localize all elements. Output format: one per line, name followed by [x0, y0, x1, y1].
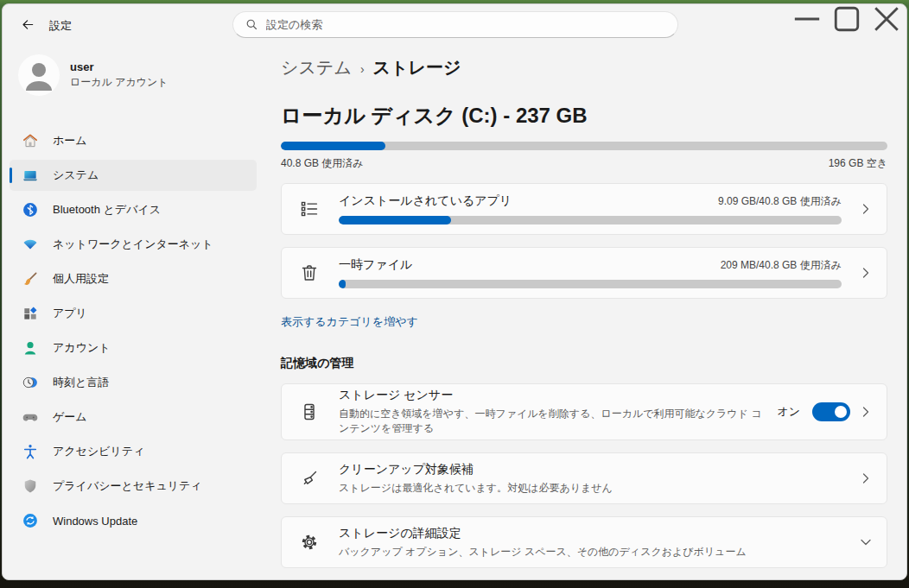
disk-usage-labels: 40.8 GB 使用済み 196 GB 空き — [281, 156, 887, 171]
disk-title: ローカル ディスク (C:) - 237 GB — [281, 102, 889, 130]
sidebar-item-label: ネットワークとインターネット — [53, 237, 213, 252]
search-icon — [245, 18, 258, 31]
category-usage-bar — [339, 280, 842, 288]
gear-icon — [299, 532, 320, 553]
breadcrumb-separator-icon: › — [360, 60, 365, 76]
disk-free-label: 196 GB 空き — [829, 156, 887, 171]
titlebar: 設定 — [3, 4, 906, 46]
category-installed-apps[interactable]: インストールされているアプリ 9.09 GB/40.8 GB 使用済み — [281, 183, 887, 235]
toggle-state-label: オン — [777, 404, 800, 420]
sidebar-item-label: 個人用設定 — [53, 271, 109, 287]
main-content: システム › ストレージ ローカル ディスク (C:) - 237 GB 40.… — [281, 46, 889, 579]
sidebar-item-label: アプリ — [53, 306, 87, 321]
sidebar-item-personalization[interactable]: 個人用設定 — [10, 263, 257, 294]
avatar — [18, 54, 60, 96]
disk-usage-bar — [281, 142, 887, 150]
sidebar-item-privacy-security[interactable]: プライバシーとセキュリティ — [10, 471, 257, 502]
sidebar-item-time-language[interactable]: 時刻と言語 — [10, 367, 257, 398]
network-icon — [22, 236, 39, 253]
search-input[interactable] — [266, 18, 665, 31]
trash-icon — [299, 262, 320, 283]
sidebar-item-label: 時刻と言語 — [53, 375, 109, 390]
settings-window: 設定 — [2, 3, 907, 580]
user-name: user — [70, 60, 168, 73]
sidebar-item-label: アカウント — [53, 340, 111, 356]
maximize-button[interactable] — [827, 4, 867, 34]
sidebar-item-label: システム — [53, 168, 99, 183]
accounts-icon — [22, 339, 39, 357]
category-usage: 9.09 GB/40.8 GB 使用済み — [718, 194, 842, 209]
gaming-icon — [22, 408, 39, 426]
accessibility-icon — [22, 443, 39, 460]
home-icon — [22, 132, 39, 149]
row-body: ストレージ センサー 自動的に空き領域を増やす、一時ファイルを削除する、ローカル… — [339, 388, 768, 436]
user-account-type: ローカル アカウント — [70, 75, 168, 90]
windows-update-icon — [22, 512, 39, 529]
broom-icon — [299, 468, 320, 489]
storage-sense-row[interactable]: ストレージ センサー 自動的に空き領域を増やす、一時ファイルを削除する、ローカル… — [281, 383, 887, 440]
storage-sense-icon — [299, 401, 320, 422]
storage-sense-toggle[interactable] — [812, 402, 850, 421]
sidebar-item-gaming[interactable]: ゲーム — [10, 401, 257, 433]
row-body: クリーンアップ対象候補 ストレージは最適化されています。対処は必要ありません — [339, 462, 842, 496]
category-title: インストールされているアプリ — [339, 193, 512, 209]
sidebar-item-windows-update[interactable]: Windows Update — [10, 505, 257, 536]
sidebar-item-label: アクセシビリティ — [53, 444, 144, 459]
advanced-storage-settings-row[interactable]: ストレージの詳細設定 バックアップ オプション、ストレージ スペース、その他のデ… — [281, 516, 887, 568]
sidebar-item-label: Windows Update — [53, 515, 137, 528]
category-body: 一時ファイル 209 MB/40.8 GB 使用済み — [339, 257, 842, 288]
search-box[interactable] — [232, 11, 678, 38]
breadcrumb-system[interactable]: システム — [281, 56, 352, 79]
system-icon — [22, 167, 39, 184]
close-button[interactable] — [867, 4, 906, 34]
toggle-knob — [835, 406, 847, 418]
row-subtitle: バックアップ オプション、ストレージ スペース、その他のディスクおよびボリューム — [339, 545, 842, 560]
category-usage-bar — [339, 216, 842, 224]
app-title: 設定 — [49, 18, 72, 34]
sidebar-item-accessibility[interactable]: アクセシビリティ — [10, 436, 257, 467]
row-title: ストレージの詳細設定 — [339, 526, 842, 541]
row-body: ストレージの詳細設定 バックアップ オプション、ストレージ スペース、その他のデ… — [339, 526, 842, 560]
category-body: インストールされているアプリ 9.09 GB/40.8 GB 使用済み — [339, 193, 842, 224]
privacy-icon — [22, 477, 39, 495]
time-language-icon — [22, 374, 39, 391]
disk-used-label: 40.8 GB 使用済み — [281, 156, 364, 171]
row-subtitle: ストレージは最適化されています。対処は必要ありません — [339, 481, 842, 496]
sidebar-item-accounts[interactable]: アカウント — [10, 332, 257, 364]
desktop-background: 設定 — [0, 0, 909, 588]
back-button[interactable] — [13, 11, 42, 37]
window-controls — [787, 4, 906, 34]
category-temporary-files[interactable]: 一時ファイル 209 MB/40.8 GB 使用済み — [281, 247, 887, 299]
breadcrumb-storage: ストレージ — [373, 56, 461, 79]
chevron-right-icon — [857, 470, 874, 487]
sidebar-item-label: ゲーム — [53, 409, 87, 425]
storage-management-heading: 記憶域の管理 — [281, 356, 889, 371]
chevron-down-icon — [857, 534, 874, 551]
breadcrumb: システム › ストレージ — [281, 56, 889, 79]
row-title: クリーンアップ対象候補 — [339, 462, 842, 477]
back-arrow-icon — [19, 17, 36, 32]
sidebar-item-label: Bluetooth とデバイス — [53, 202, 161, 218]
row-subtitle: 自動的に空き領域を増やす、一時ファイルを削除する、ローカルで利用可能なクラウド … — [339, 407, 768, 436]
sidebar-item-bluetooth-devices[interactable]: Bluetooth とデバイス — [10, 194, 257, 225]
sidebar-item-network-internet[interactable]: ネットワークとインターネット — [10, 229, 257, 260]
sidebar-item-label: プライバシーとセキュリティ — [53, 478, 202, 494]
show-more-categories-link[interactable]: 表示するカテゴリを増やす — [281, 314, 418, 330]
bluetooth-icon — [22, 201, 39, 218]
personalization-icon — [22, 270, 39, 288]
user-account-card[interactable]: user ローカル アカウント — [18, 54, 168, 96]
row-title: ストレージ センサー — [339, 388, 768, 403]
minimize-button[interactable] — [787, 4, 827, 34]
category-usage-bar-fill — [339, 280, 346, 288]
category-usage-bar-fill — [339, 216, 451, 224]
sidebar: user ローカル アカウント ホーム システム — [3, 46, 262, 579]
chevron-right-icon — [857, 403, 874, 420]
chevron-right-icon — [857, 264, 874, 281]
chevron-right-icon — [857, 200, 874, 218]
category-title: 一時ファイル — [339, 257, 412, 273]
sidebar-item-apps[interactable]: アプリ — [10, 298, 257, 329]
sidebar-item-system[interactable]: システム — [10, 160, 257, 191]
category-usage: 209 MB/40.8 GB 使用済み — [721, 258, 842, 273]
sidebar-item-home[interactable]: ホーム — [10, 125, 257, 156]
cleanup-recommendations-row[interactable]: クリーンアップ対象候補 ストレージは最適化されています。対処は必要ありません — [281, 452, 887, 504]
